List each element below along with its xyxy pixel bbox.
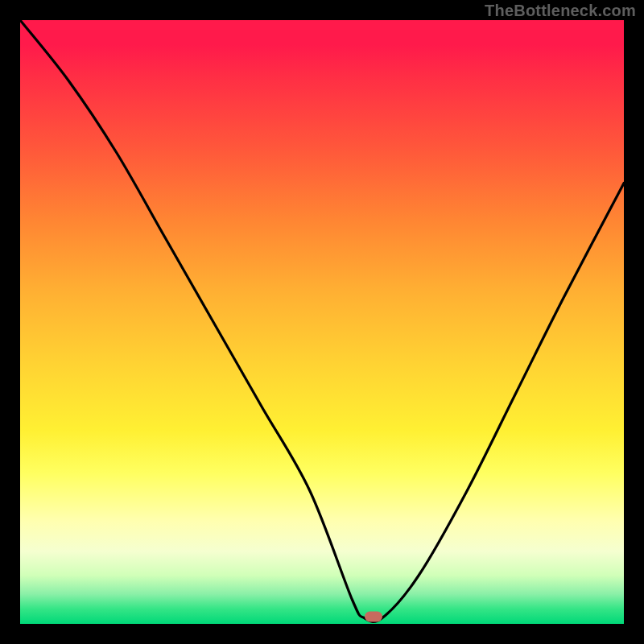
chart-stage: TheBottleneck.com — [0, 0, 644, 644]
optimal-point-marker — [365, 612, 382, 622]
bottleneck-curve — [20, 20, 624, 624]
watermark-text: TheBottleneck.com — [485, 2, 636, 20]
plot-area — [20, 20, 624, 624]
